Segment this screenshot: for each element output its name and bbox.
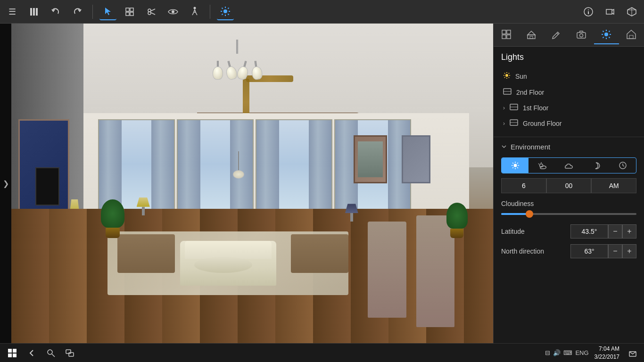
undo-icon[interactable]	[47, 3, 64, 20]
time-minute-display[interactable]: 00	[546, 178, 592, 193]
3d-box-icon[interactable]	[623, 3, 640, 20]
svg-point-14	[223, 9, 227, 13]
slider-fill	[501, 213, 528, 215]
taskbar-left	[4, 346, 545, 361]
latitude-input[interactable]	[570, 224, 608, 239]
svg-line-75	[512, 167, 513, 168]
svg-line-22	[222, 14, 223, 15]
taskbar-multitask-btn[interactable]	[62, 346, 77, 361]
svg-line-59	[509, 73, 509, 74]
svg-point-52	[505, 74, 508, 77]
svg-line-57	[504, 73, 505, 74]
cloudy-btn[interactable]	[555, 158, 582, 173]
walk-icon[interactable]	[186, 3, 203, 20]
environment-header[interactable]: Environment	[501, 143, 636, 151]
windows-logo	[8, 349, 17, 357]
latitude-minus-btn[interactable]: −	[608, 224, 622, 239]
light-item-ground-floor[interactable]: › Ground Floor	[501, 115, 636, 131]
win-square-3	[8, 354, 12, 357]
custom-time-btn[interactable]	[609, 158, 636, 173]
panel-items-icon[interactable]	[494, 25, 519, 44]
tv	[35, 167, 59, 206]
panel-edit-icon[interactable]	[544, 25, 569, 44]
svg-rect-84	[66, 350, 71, 354]
slider-thumb[interactable]	[526, 210, 533, 218]
taskbar-volume-icon[interactable]: 🔊	[553, 349, 561, 356]
panel-sun-icon[interactable]	[594, 25, 619, 44]
frame-icon[interactable]	[602, 3, 619, 20]
svg-rect-30	[502, 30, 506, 34]
table-lamp-left	[137, 197, 150, 215]
library-icon[interactable]	[25, 3, 42, 20]
coffee-table	[194, 257, 252, 273]
svg-rect-7	[130, 12, 133, 16]
sun-main-icon[interactable]	[217, 3, 234, 20]
svg-rect-31	[507, 30, 511, 34]
cloudiness-slider[interactable]	[501, 211, 636, 217]
svg-rect-4	[126, 8, 129, 11]
panel-build-icon[interactable]	[519, 25, 544, 44]
north-direction-minus-btn[interactable]: −	[608, 244, 622, 258]
svg-point-39	[580, 34, 583, 37]
chandelier-arm-2	[228, 61, 234, 77]
taskbar-clock[interactable]: 7:04 AM 3/22/2017	[594, 345, 619, 361]
taskbar-keyboard-icon[interactable]: ⌨	[563, 349, 572, 356]
left-chevron-icon: ❯	[3, 179, 9, 188]
panel-house-icon[interactable]	[619, 25, 644, 44]
light-item-sun[interactable]: Sun	[501, 68, 636, 84]
svg-line-45	[603, 31, 604, 32]
taskbar-back-btn[interactable]	[25, 346, 40, 361]
separator-1	[92, 5, 93, 19]
taskbar-search-btn[interactable]	[43, 346, 58, 361]
time-hour-display[interactable]: 6	[501, 178, 546, 193]
taskbar-network-icon[interactable]: ⊟	[545, 349, 550, 356]
taskbar: ⊟ 🔊 ⌨ ENG 7:04 AM 3/22/2017	[0, 343, 644, 362]
svg-line-48	[603, 37, 604, 38]
panel-camera-icon[interactable]	[569, 25, 594, 44]
light-1st-floor-label: 1st Floor	[523, 104, 548, 112]
eye-icon[interactable]	[165, 3, 182, 20]
plant-foliage-left	[101, 199, 124, 228]
armchair-right	[291, 234, 349, 272]
svg-rect-26	[606, 9, 612, 14]
light-item-2nd-floor[interactable]: 2nd Floor	[501, 84, 636, 100]
lights-section: Lights Sun	[494, 47, 644, 137]
svg-rect-85	[69, 353, 74, 356]
dining-chair-2	[368, 222, 406, 317]
viewport[interactable]	[11, 24, 493, 343]
scissors-icon[interactable]	[143, 3, 160, 20]
ground-floor-icon	[510, 119, 518, 127]
group-icon[interactable]	[121, 3, 138, 20]
taskbar-notification-icon[interactable]	[625, 346, 640, 361]
north-direction-plus-btn[interactable]: +	[622, 244, 636, 258]
win-square-4	[13, 354, 17, 357]
chandelier	[209, 40, 265, 77]
svg-rect-6	[126, 12, 129, 16]
left-nav-arrow[interactable]: ❯	[0, 24, 11, 343]
start-button[interactable]	[4, 346, 21, 361]
svg-rect-34	[528, 35, 535, 39]
hamburger-menu-icon[interactable]: ☰	[4, 3, 21, 20]
svg-line-73	[517, 167, 518, 168]
environment-section: Environment	[494, 137, 644, 343]
top-toolbar: ☰	[0, 0, 644, 24]
light-item-1st-floor[interactable]: › 1st Floor	[501, 100, 636, 115]
taskbar-ime-icon[interactable]: ENG	[575, 349, 588, 356]
svg-line-21	[228, 8, 229, 8]
plant-pot-left	[106, 228, 120, 238]
night-btn[interactable]	[582, 158, 609, 173]
partly-cloudy-btn[interactable]	[528, 158, 555, 173]
room-scene	[11, 24, 493, 343]
time-ampm-display[interactable]: AM	[591, 178, 636, 193]
info-icon[interactable]	[580, 3, 597, 20]
redo-icon[interactable]	[69, 3, 86, 20]
svg-point-8	[148, 9, 151, 12]
plant-left	[98, 199, 127, 263]
svg-line-19	[222, 8, 223, 8]
latitude-plus-btn[interactable]: +	[622, 224, 636, 239]
select-icon[interactable]	[99, 3, 116, 20]
svg-rect-5	[130, 8, 133, 11]
north-direction-input[interactable]	[570, 244, 608, 258]
clear-day-btn[interactable]	[502, 158, 528, 173]
svg-point-12	[172, 10, 174, 13]
